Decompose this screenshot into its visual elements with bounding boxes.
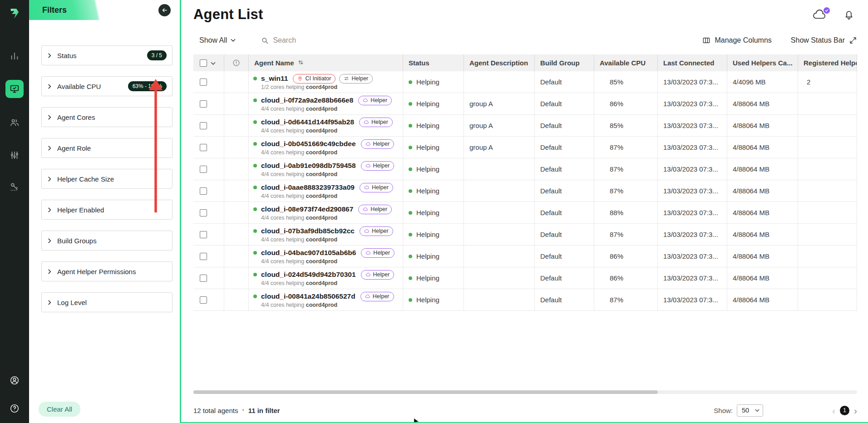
row-checkbox[interactable] [200,275,207,282]
agent-cores-subtitle: 4/4 cores helping coord4prod [253,128,337,134]
filters-panel: Filters Status 3 / 5 Available CPU 63% -… [29,0,180,423]
show-status-bar-button[interactable]: Show Status Bar [791,36,857,44]
agent-name[interactable]: s_win11 [261,74,288,83]
row-checkbox[interactable] [200,296,207,304]
last-connected-cell: 13/03/2023 07:3... [658,289,727,310]
cloud-icon [365,294,370,299]
help-icon[interactable] [5,399,24,418]
row-checkbox[interactable] [200,166,207,173]
filter-item[interactable]: Helper Enabled [41,200,173,220]
status-dot [409,146,412,149]
table-row: cloud_i-0ab91e098db759458 Helper 4/4 cor… [193,158,857,180]
agent-name[interactable]: cloud_i-00841a24b8506527d [261,292,355,300]
cloud-icon [364,228,370,234]
agent-name[interactable]: cloud_i-0d6441d144f95ab28 [261,118,354,126]
row-checkbox[interactable] [200,144,207,151]
filter-item[interactable]: Agent Cores [41,107,173,127]
filter-item[interactable]: Helper Cache Size [41,169,173,189]
key-nav-icon[interactable] [5,177,24,196]
row-checkbox[interactable] [200,231,207,238]
agent-name[interactable]: cloud_i-0aae8883239733a09 [261,183,355,192]
agent-online-dot [253,164,257,167]
used-helpers-cell: 4/88064 MB [727,93,798,114]
column-header-agent-name[interactable]: Agent Name [249,54,403,71]
status-label: Helping [416,187,439,195]
registered-helpers-cell [798,93,857,114]
status-dot [409,80,412,84]
row-checkbox[interactable] [200,100,207,108]
status-dot [409,233,412,236]
current-page-button[interactable]: 1 [840,406,849,415]
page-size-select[interactable]: 50 [737,404,763,417]
horizontal-scrollbar-track[interactable] [193,390,857,394]
used-helpers-cell: 4/88064 MB [727,158,798,180]
column-header-used-helpers[interactable]: Used Helpers Ca... [727,54,798,71]
alert-cell [224,158,249,180]
filter-value-badge: 63% - 100% [128,81,167,91]
filter-item[interactable]: Log Level [41,292,173,312]
column-header-available-cpu[interactable]: Available CPU [594,54,658,71]
column-header-last-connected[interactable]: Last Connected [658,54,727,71]
next-page-button[interactable]: › [854,406,857,415]
agent-online-dot [253,77,257,80]
status-dot [409,124,412,128]
column-header-build-group[interactable]: Build Group [535,54,594,71]
row-checkbox[interactable] [200,79,207,86]
cloud-icon [365,163,371,168]
build-group-cell: Default [535,71,594,93]
alert-cell [224,289,249,310]
sort-icon[interactable] [298,59,304,67]
row-checkbox[interactable] [200,122,207,129]
row-checkbox[interactable] [200,253,207,260]
last-connected-cell: 13/03/2023 07:3... [658,267,727,289]
users-nav-icon[interactable] [5,113,24,132]
column-header-registered-helpers[interactable]: Registered Helpe... [798,54,857,71]
status-label: Helping [416,209,439,216]
registered-helpers-cell [798,202,857,223]
row-checkbox[interactable] [200,209,207,216]
status-label: Helping [416,274,439,282]
row-checkbox[interactable] [200,187,207,195]
status-label: Helping [416,252,439,260]
agent-name[interactable]: cloud_i-07b3af9db85cb92cc [261,227,355,235]
available-cpu-cell: 87% [594,289,658,310]
notifications-bell-icon[interactable] [843,9,854,20]
manage-columns-button[interactable]: Manage Columns [702,36,771,44]
filter-item[interactable]: Available CPU 63% - 100% [41,76,173,96]
sliders-nav-icon[interactable] [5,146,24,164]
agent-name[interactable]: cloud_i-08e973f74ed290867 [261,205,353,213]
chevron-right-icon [47,207,52,212]
filter-item[interactable]: Agent Role [41,138,173,158]
agent-badges: Helper [358,96,392,105]
horizontal-scrollbar-thumb[interactable] [193,390,658,394]
collapse-filters-button[interactable] [158,4,171,16]
page-title: Agent List [193,6,263,23]
column-header-agent-description[interactable]: Agent Description [464,54,535,71]
agents-nav-icon[interactable] [5,80,24,98]
agent-name[interactable]: cloud_i-024d549d942b70301 [261,271,356,279]
filter-item[interactable]: Agent Helper Permissions [41,261,173,281]
agent-name[interactable]: cloud_i-04bac907d105ab6b6 [261,249,356,257]
select-menu-chevron-icon[interactable] [211,59,216,67]
previous-page-button[interactable]: ‹ [832,406,835,415]
filter-item[interactable]: Build Groups [41,231,173,251]
registered-helpers-cell [798,137,857,158]
filter-item-label: Available CPU [57,83,101,90]
used-helpers-cell: 4/88064 MB [727,202,798,223]
agent-name[interactable]: cloud_i-0ab91e098db759458 [261,162,356,170]
build-group-cell: Default [535,202,594,223]
build-group-cell: Default [535,224,594,245]
select-all-checkbox[interactable] [200,59,207,67]
analytics-nav-icon[interactable] [5,47,24,65]
cloud-status-icon[interactable] [812,9,827,20]
filter-item[interactable]: Status 3 / 5 [41,45,173,65]
agent-name[interactable]: cloud_i-0b0451669c49cbdee [261,140,356,148]
show-all-dropdown[interactable]: Show All [199,36,236,44]
agent-name[interactable]: cloud_i-0f72a9a2e88b666e8 [261,96,353,104]
search-input[interactable] [273,36,373,44]
available-cpu-cell: 87% [594,224,658,245]
helper-badge: Helper [360,292,394,301]
clear-all-button[interactable]: Clear All [39,402,80,417]
profile-avatar-icon[interactable] [5,371,24,389]
column-header-status[interactable]: Status [403,54,464,71]
